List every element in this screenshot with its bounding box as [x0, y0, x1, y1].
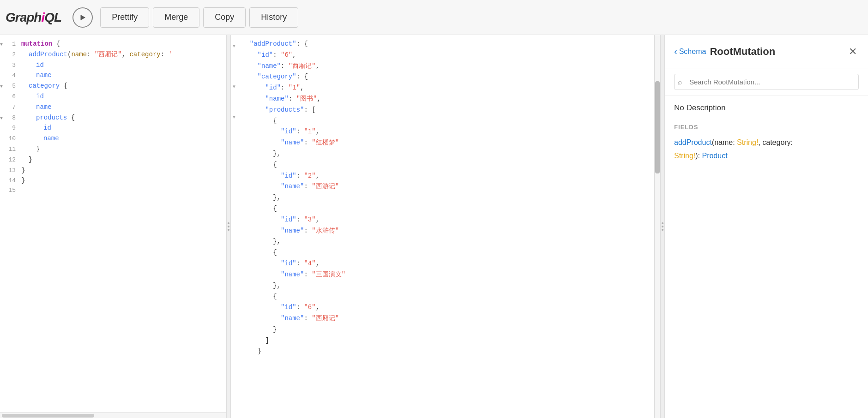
schema-field-category-type[interactable]: String! [674, 152, 695, 160]
schema-field-name-type[interactable]: String! [737, 138, 758, 146]
fold-arrow-5[interactable]: ▼ [0, 83, 6, 90]
result-arrow-top[interactable]: ▼ [231, 41, 237, 51]
fold-arrow-1[interactable]: ▼ [0, 41, 6, 48]
editor-pane: ▼ 1 mutation { ▼ 2 addProduct(name: "西厢记… [0, 35, 226, 418]
copy-button[interactable]: Copy [203, 7, 246, 28]
schema-back-label[interactable]: Schema [679, 48, 706, 56]
editor-line-8: ▼ 8 products { [0, 113, 226, 123]
main-content: ▼ 1 mutation { ▼ 2 addProduct(name: "西厢记… [0, 35, 868, 418]
editor-horizontal-scrollbar[interactable] [0, 412, 226, 418]
editor-line-2: ▼ 2 addProduct(name: "西厢记", category: ' [0, 49, 226, 60]
schema-field-addproduct[interactable]: addProduct(name: String!, category: Stri… [674, 136, 859, 163]
schema-search-section: ⌕ [665, 68, 868, 96]
editor-line-15: ▼ 15 [0, 186, 226, 196]
schema-field-args: (name: [712, 138, 737, 146]
schema-description: No Description [674, 103, 859, 113]
result-fold-arrows: ▼ ▼ ▼ [231, 35, 237, 418]
query-editor[interactable]: ▼ 1 mutation { ▼ 2 addProduct(name: "西厢记… [0, 35, 226, 412]
schema-search-input[interactable] [674, 74, 859, 90]
schema-field-return-type[interactable]: Product [702, 152, 727, 160]
schema-fields-label: FIELDS [674, 124, 859, 131]
result-content[interactable]: "addProduct": { "id": "6", "name": "西厢记"… [231, 35, 660, 418]
toolbar: GraphiQL Prettify Merge Copy History [0, 0, 868, 35]
editor-line-6: ▼ 6 id [0, 91, 226, 102]
editor-line-14: ▼ 14 } [0, 175, 226, 186]
schema-field-name[interactable]: addProduct [674, 138, 712, 146]
result-schema-divider[interactable] [660, 35, 665, 418]
result-arrow-low[interactable]: ▼ [231, 112, 237, 122]
search-icon: ⌕ [678, 78, 682, 86]
schema-back-button[interactable]: ‹ Schema [674, 46, 706, 57]
schema-close-button[interactable]: ✕ [847, 44, 859, 60]
result-scrollbar-thumb[interactable] [655, 81, 660, 173]
editor-line-3: ▼ 3 id [0, 60, 226, 71]
schema-pane-title: RootMutation [710, 46, 775, 58]
prettify-button[interactable]: Prettify [100, 7, 149, 28]
run-button[interactable] [72, 7, 93, 28]
app-logo: GraphiQL [6, 10, 61, 25]
svg-marker-0 [81, 15, 86, 20]
editor-line-10: ▼ 10 name [0, 133, 226, 144]
history-button[interactable]: History [249, 7, 298, 28]
editor-line-4: ▼ 4 name [0, 70, 226, 81]
result-vertical-scrollbar[interactable] [654, 35, 660, 418]
editor-line-12: ▼ 12 } [0, 155, 226, 165]
editor-line-11: ▼ 11 } [0, 144, 226, 155]
editor-scrollbar-thumb[interactable] [2, 414, 94, 418]
fold-arrow-8[interactable]: ▼ [0, 115, 6, 122]
result-pane: ▼ ▼ ▼ "addProduct": { "id": "6", "name":… [231, 35, 660, 418]
editor-line-9: ▼ 9 id [0, 123, 226, 133]
schema-pane: ‹ Schema RootMutation ✕ ⌕ No Description… [665, 35, 868, 418]
schema-header: ‹ Schema RootMutation ✕ [665, 35, 868, 68]
schema-nav: ‹ Schema RootMutation [674, 46, 775, 58]
editor-line-5: ▼ 5 category { [0, 81, 226, 91]
editor-line-1: ▼ 1 mutation { [0, 39, 226, 49]
result-arrow-mid[interactable]: ▼ [231, 81, 237, 91]
schema-search-wrap: ⌕ [674, 74, 859, 90]
chevron-left-icon: ‹ [674, 46, 677, 57]
editor-result-divider[interactable] [226, 35, 231, 418]
schema-body: No Description FIELDS addProduct(name: S… [665, 96, 868, 418]
editor-line-13: ▼ 13 } [0, 165, 226, 176]
editor-line-7: ▼ 7 name [0, 102, 226, 113]
merge-button[interactable]: Merge [153, 7, 199, 28]
